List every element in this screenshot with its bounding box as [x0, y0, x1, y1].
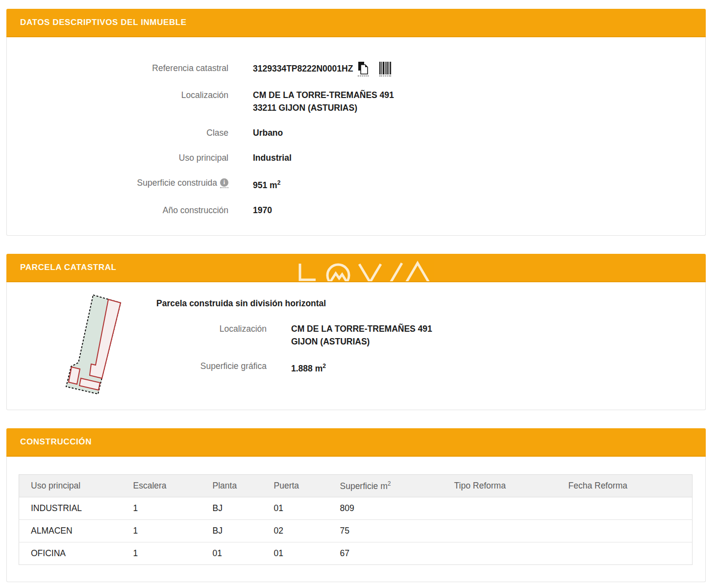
table-header-row: Uso principal Escalera Planta Puerta Sup… [19, 474, 693, 497]
field-row-superficie-construida: Superficie construidai 951 m2 [7, 176, 705, 192]
field-row-uso-principal: Uso principal Industrial [7, 151, 705, 164]
col-header-fecha-reforma: Fecha Reforma [565, 474, 693, 497]
superficie-construida-value: 951 m [253, 180, 277, 190]
table-row: ALMACEN 1 BJ 02 75 [19, 519, 693, 542]
construccion-body: Uso principal Escalera Planta Puerta Sup… [6, 457, 706, 582]
field-row-superficie-grafica: Superficie gráfica 1.888 m2 [156, 360, 705, 375]
localizacion-line2: 33211 GIJON (ASTURIAS) [253, 101, 394, 114]
section-title: PARCELA CATASTRAL [20, 263, 117, 272]
field-row-localizacion: Localización CM DE LA TORRE-TREMAÑES 491… [7, 89, 705, 114]
col-header-puerta: Puerta [270, 474, 336, 497]
anio-construccion-label: Año construcción [163, 205, 228, 215]
section-header-construccion: CONSTRUCCIÓN [6, 428, 706, 457]
superficie-construida-label: Superficie construida [137, 178, 217, 188]
section-header-parcela-catastral: PARCELA CATASTRAL [6, 254, 706, 282]
localizacion-label: Localización [181, 90, 228, 100]
referencia-label: Referencia catastral [152, 63, 228, 73]
parcela-localizacion-label: Localización [220, 324, 267, 334]
section-construccion: CONSTRUCCIÓN Uso principal Escalera Plan… [6, 428, 706, 582]
localizacion-line1: CM DE LA TORRE-TREMAÑES 491 [253, 89, 394, 101]
field-row-clase: Clase Urbano [7, 126, 705, 139]
field-row-parcela-localizacion: Localización CM DE LA TORRE-TREMAÑES 491… [156, 322, 705, 348]
info-icon[interactable]: i [220, 178, 228, 188]
superficie-construida-sup: 2 [277, 179, 281, 186]
uso-principal-label: Uso principal [179, 153, 228, 163]
col-header-planta: Planta [209, 474, 270, 497]
table-row: INDUSTRIAL 1 BJ 01 809 [19, 497, 693, 519]
barcode-icon[interactable] [379, 62, 391, 76]
superficie-grafica-label: Superficie gráfica [200, 361, 267, 371]
clase-label: Clase [206, 128, 228, 138]
datos-descriptivos-body: Referencia catastral 3129334TP8222N0001H… [6, 37, 706, 236]
copy-icon[interactable] [358, 62, 369, 76]
field-row-referencia: Referencia catastral 3129334TP8222N0001H… [7, 62, 705, 76]
col-header-tipo-reforma: Tipo Reforma [450, 474, 565, 497]
superficie-grafica-value: 1.888 m [291, 364, 322, 373]
col-header-superficie: Superficie m2 [336, 474, 450, 497]
referencia-value: 3129334TP8222N0001HZ [253, 64, 353, 74]
superficie-grafica-sup: 2 [322, 363, 326, 369]
col-header-escalera: Escalera [129, 474, 209, 497]
parcela-subtitle: Parcela construida sin división horizont… [156, 297, 705, 310]
field-row-anio-construccion: Año construcción 1970 [7, 204, 705, 217]
table-row: OFICINA 1 01 01 67 [19, 542, 693, 564]
lova-watermark-logo [293, 254, 435, 281]
col-header-uso-principal: Uso principal [19, 474, 129, 497]
section-header-datos-descriptivos: DATOS DESCRIPTIVOS DEL INMUEBLE [6, 9, 706, 37]
section-parcela-catastral: PARCELA CATASTRAL Parcela [6, 254, 706, 410]
uso-principal-value: Industrial [253, 153, 292, 163]
parcela-catastral-body: Parcela construida sin división horizont… [6, 282, 706, 410]
cadastral-report-page: DATOS DESCRIPTIVOS DEL INMUEBLE Referenc… [0, 0, 719, 588]
section-datos-descriptivos: DATOS DESCRIPTIVOS DEL INMUEBLE Referenc… [6, 9, 706, 236]
section-title: DATOS DESCRIPTIVOS DEL INMUEBLE [20, 18, 187, 27]
parcel-map [65, 294, 127, 398]
clase-value: Urbano [253, 128, 283, 138]
parcela-localizacion-line2: GIJON (ASTURIAS) [291, 335, 432, 348]
construccion-table: Uso principal Escalera Planta Puerta Sup… [19, 474, 693, 565]
section-title: CONSTRUCCIÓN [20, 437, 92, 447]
parcela-localizacion-line1: CM DE LA TORRE-TREMAÑES 491 [291, 322, 432, 335]
anio-construccion-value: 1970 [253, 205, 272, 215]
